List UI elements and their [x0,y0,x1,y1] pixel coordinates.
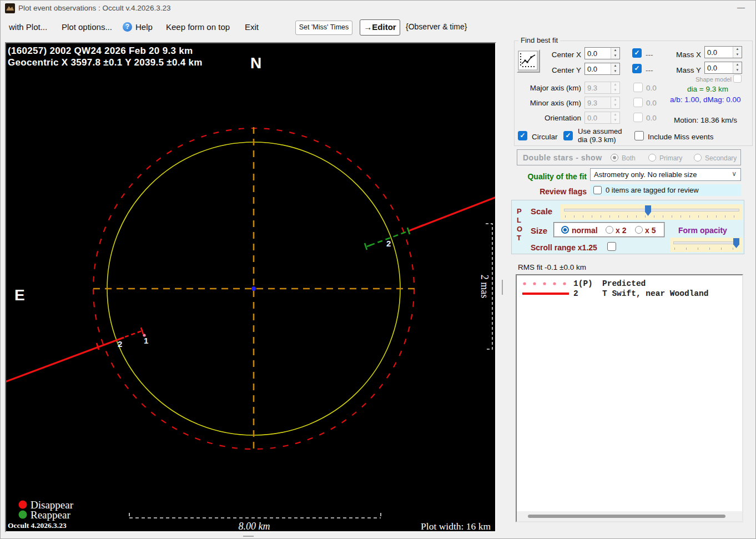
mass-x-down-icon[interactable]: ▼ [733,52,742,58]
north-label: N [250,54,261,72]
include-miss-checkbox[interactable] [634,131,644,140]
double-stars-both-label: Both [622,154,636,162]
double-stars-secondary-radio[interactable] [694,154,702,162]
orientation-checkbox[interactable] [633,113,643,122]
size-normal-radio[interactable] [561,226,569,234]
orientation-input[interactable]: 0.0 ▲▼ [584,112,620,124]
set-miss-times-button[interactable]: Set 'Miss' Times [295,21,352,35]
rms-fit-label: RMS fit -0.1 ±0.0 km [518,263,586,271]
plot-version-label: Occult 4.2026.3.23 [8,521,67,530]
use-assumed-checkbox[interactable]: ✓ [563,131,573,140]
east-label: E [14,286,25,304]
observations-listbox[interactable]: 1(P) Predicted 2 T Swift, near Woodland [516,274,743,522]
reappear-legend-label: Reappear [31,509,70,521]
chord2-right-label: 2 [386,239,391,248]
occultation-plot: 2 1 2 (160257) 2002 QW24 2026 Feb 20 9.3… [6,43,495,531]
scale-slider[interactable] [561,204,743,220]
observation-name: Predicted [602,279,646,288]
center-x-up-icon[interactable]: ▲ [611,48,619,53]
scale-slider-thumb[interactable] [645,205,651,216]
chord2-left-label: 2 [118,339,122,349]
mass-y-up-icon[interactable]: ▲ [733,62,742,68]
horizontal-splitter-handle[interactable] [243,536,254,537]
minimize-button[interactable]: — [729,1,753,15]
motion-label: Motion: 18.36 km/s [674,116,737,124]
center-x-label: Center X [537,51,581,59]
use-assumed-label-line1: Use assumed [578,127,622,135]
double-stars-primary-radio[interactable] [648,154,656,162]
form-opacity-slider[interactable] [670,238,743,252]
menu-exit[interactable]: Exit [245,22,259,32]
review-flags-text: 0 items are tagged for review [606,186,699,194]
mass-y-label: Mass Y [670,66,701,74]
window-title: Plot event observations : Occult v.4.202… [18,4,170,12]
observation-name: T Swift, near Woodland [602,289,708,298]
size-x5-radio[interactable] [635,226,643,234]
title-bar: Plot event observations : Occult v.4.202… [1,1,755,16]
center-y-up-icon[interactable]: ▲ [611,63,619,69]
form-opacity-slider-thumb[interactable] [733,238,739,248]
size-x5-label: x 5 [645,226,656,235]
mass-y-input[interactable]: 0.0 ▲▼ [704,62,742,74]
occult-app-icon [5,3,15,13]
circular-checkbox[interactable]: ✓ [518,131,527,140]
review-flags-checkbox[interactable] [593,186,602,194]
shape-model-checkbox[interactable] [733,74,742,83]
orientation-up-icon: ▲ [611,112,619,118]
scroll-range-checkbox[interactable] [607,242,616,251]
minor-axis-checkbox[interactable] [633,98,643,107]
menu-with-plot[interactable]: with Plot... [9,22,47,32]
mass-x-input[interactable]: 0.0 ▲▼ [704,46,742,58]
orientation-cb-label: 0.0 [646,114,657,122]
occultation-plot-area[interactable]: 2 1 2 (160257) 2002 QW24 2026 Feb 20 9.3… [5,42,496,532]
observer-time-label: {Observer & time} [406,22,467,31]
center-y-checkbox[interactable]: ✓ [632,64,642,73]
menu-help[interactable]: Help [135,22,153,32]
orientation-label: Orientation [526,114,581,122]
include-miss-label: Include Miss events [648,133,714,141]
size-label: Size [531,226,547,235]
major-axis-checkbox[interactable] [633,83,643,92]
observation-id: 2 [573,289,602,298]
minor-axis-input[interactable]: 9.3 ▲▼ [584,97,620,109]
help-icon[interactable]: ? [123,22,132,32]
quality-of-fit-label: Quality of the fit [515,172,587,181]
major-axis-input[interactable]: 9.3 ▲▼ [584,82,620,94]
circular-label: Circular [532,133,558,141]
menu-bar: with Plot... Plot options... ? Help Keep… [1,16,755,38]
vertical-splitter-handle[interactable] [502,280,503,295]
center-x-down-icon[interactable]: ▼ [611,53,619,59]
observation-row-predicted[interactable]: 1(P) Predicted [517,279,742,288]
center-dot [251,286,256,291]
scale-label: Scale [531,206,552,216]
use-assumed-label-line2: dia (9.3 km) [578,135,616,144]
mass-y-down-icon[interactable]: ▼ [733,68,742,73]
menu-plot-options[interactable]: Plot options... [62,22,112,32]
orientation-down-icon: ▼ [611,118,619,123]
review-flags-label: Review flags [515,187,587,196]
mass-x-up-icon[interactable]: ▲ [733,47,742,52]
editor-button[interactable]: →Editor [360,19,400,36]
size-x2-radio[interactable] [606,226,613,234]
double-stars-secondary-label: Secondary [705,154,737,162]
center-y-down-icon[interactable]: ▼ [611,69,619,74]
fit-chart-icon [518,51,538,70]
center-x-checkbox[interactable]: ✓ [632,48,642,58]
quality-of-fit-select[interactable]: Astrometry only. No reliable size ∨ [590,168,741,181]
chevron-down-icon: ∨ [732,170,737,178]
listbox-horizontal-scrollbar[interactable] [517,511,742,521]
app-window: Plot event observations : Occult v.4.202… [0,0,756,539]
predicted-dotted-line-sample [520,279,573,288]
find-best-fit-title: Find best fit [518,36,560,44]
double-stars-primary-label: Primary [659,154,682,162]
size-radio-group: normal x 2 x 5 [553,222,665,238]
plot-width-label: Plot width: 16 km [421,521,491,531]
observation-row-swift[interactable]: 2 T Swift, near Woodland [517,289,742,298]
double-stars-both-radio[interactable] [611,154,618,162]
center-x-input[interactable]: 0.0 ▲▼ [584,47,620,59]
center-y-input[interactable]: 0.0 ▲▼ [584,63,620,75]
observation-id: 1(P) [573,279,602,288]
scrollbar-thumb[interactable] [528,515,725,518]
menu-keep-form-on-top[interactable]: Keep form on top [166,22,230,32]
plot-header-line1: (160257) 2002 QW24 2026 Feb 20 9.3 km [8,46,193,56]
